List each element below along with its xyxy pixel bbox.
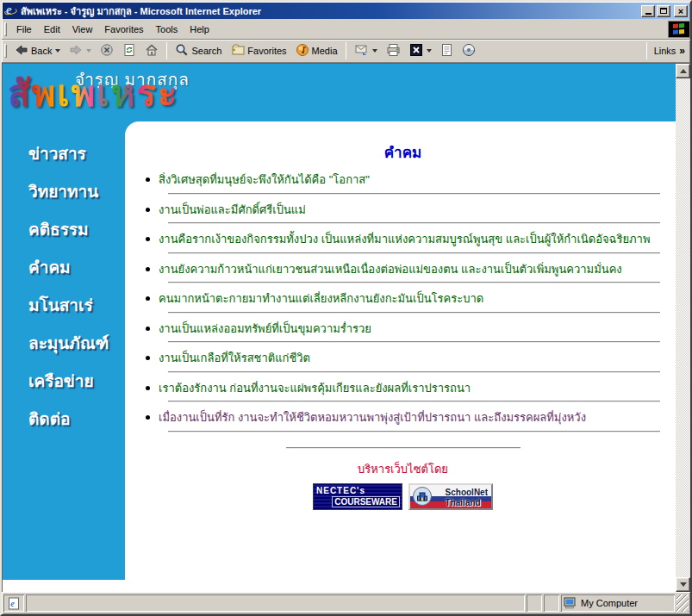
toolbar-separator bbox=[166, 42, 167, 59]
home-icon bbox=[145, 43, 159, 59]
quote-item: เมื่องานเป็นที่รัก งานจะทำให้ชีวิตหอมหวา… bbox=[146, 409, 665, 426]
quote-text[interactable]: เราต้องรักงาน ก่อนที่งานจะแผ่พรคุ้มเกียร… bbox=[159, 380, 471, 397]
title-bar[interactable]: e สัพเพเหระ - จำรูญ มากสกุล - Microsoft … bbox=[3, 3, 689, 19]
quote-item: งานยังความก้าวหน้าแก่เยาวชนส่วนเหนือเนื่… bbox=[146, 261, 665, 278]
content: คำคม สิ่งวิเศษสุดที่มนุษย์จะพึงให้กันได้… bbox=[125, 121, 676, 592]
resize-grip[interactable] bbox=[676, 594, 689, 612]
banner-schoolnet-thailand[interactable]: SchoolNet Thailand bbox=[408, 483, 493, 510]
quote-divider bbox=[168, 193, 660, 194]
mail-icon bbox=[354, 43, 369, 59]
menu-bar: File Edit View Favorites Tools Help bbox=[2, 19, 690, 40]
quote-text[interactable]: งานเป็นแหล่งออมทรัพย์ที่เป็นขุมความร่ำรว… bbox=[159, 320, 371, 338]
quote-item: งานคือรากเง้าของกิจกรรมทั้งปวง เป็นแหล่ง… bbox=[146, 231, 665, 248]
chevron-down-icon[interactable] bbox=[372, 49, 377, 53]
chevron-down-icon[interactable] bbox=[427, 49, 432, 53]
menu-item-help[interactable]: Help bbox=[184, 22, 215, 37]
sidebar-item-knowledge[interactable]: วิทยาทาน bbox=[28, 178, 125, 204]
edit-button[interactable] bbox=[405, 40, 436, 61]
links-chevron-icon[interactable]: » bbox=[679, 45, 685, 57]
menu-item-view[interactable]: View bbox=[66, 22, 99, 37]
refresh-button[interactable] bbox=[118, 40, 140, 61]
links-area: Links » bbox=[643, 42, 689, 59]
banner-schoolnet-line2: Thailand bbox=[446, 498, 481, 507]
content-wrap: คำคม สิ่งวิเศษสุดที่มนุษย์จะพึงให้กันได้… bbox=[125, 121, 676, 592]
sidebar: ข่าวสาร วิทยาทาน คติธรรม คำคม มโนสาเร่ ล… bbox=[3, 121, 125, 592]
bullet-icon bbox=[146, 415, 150, 420]
sidebar-item-news[interactable]: ข่าวสาร bbox=[28, 140, 125, 166]
quote-text[interactable]: งานยังความก้าวหน้าแก่เยาวชนส่วนเหนือเนื่… bbox=[159, 261, 622, 278]
status-panel bbox=[527, 594, 542, 612]
links-label[interactable]: Links bbox=[654, 46, 676, 56]
mail-button[interactable] bbox=[350, 40, 382, 61]
scroll-track[interactable] bbox=[676, 78, 690, 577]
toolbar: Back Search Favorites Media bbox=[2, 40, 690, 63]
sidebar-item-misc[interactable]: มโนสาเร่ bbox=[28, 292, 125, 318]
quote-divider bbox=[168, 431, 660, 432]
print-icon bbox=[386, 43, 401, 59]
footer-banners: NECTEC's COURSEWARE SchoolNet Thailand bbox=[135, 483, 670, 510]
favorites-button[interactable]: Favorites bbox=[226, 40, 290, 61]
back-button[interactable]: Back bbox=[10, 40, 65, 61]
status-bar: e My Computer bbox=[2, 592, 690, 613]
search-label: Search bbox=[191, 46, 221, 56]
toolbar-grip[interactable] bbox=[4, 44, 7, 58]
banner-schoolnet-text: SchoolNet Thailand bbox=[446, 488, 488, 508]
status-icon-panel: e bbox=[3, 594, 24, 612]
scroll-up-button[interactable] bbox=[676, 64, 690, 78]
print-button[interactable] bbox=[382, 40, 405, 61]
banner-nectec-line1: NECTEC's bbox=[316, 486, 365, 495]
links-divider[interactable] bbox=[646, 42, 647, 59]
vertical-scrollbar[interactable] bbox=[676, 64, 690, 592]
discuss-button[interactable] bbox=[436, 40, 458, 61]
maximize-button[interactable] bbox=[657, 5, 670, 17]
chevron-down-icon[interactable] bbox=[86, 49, 91, 53]
quote-item: เราต้องรักงาน ก่อนที่งานจะแผ่พรคุ้มเกียร… bbox=[146, 380, 665, 397]
sidebar-item-quotes[interactable]: คำคม bbox=[28, 254, 125, 280]
quote-text[interactable]: คนมากหน้าตะกายมาทำงานแต่เลี่ยงหลีกงานยัง… bbox=[159, 290, 483, 308]
ie-logo-icon: e bbox=[4, 4, 18, 17]
forward-arrow-icon bbox=[69, 43, 83, 59]
menu-grip[interactable] bbox=[4, 22, 7, 36]
quote-item: สิ่งวิเศษสุดที่มนุษย์จะพึงให้กันได้คือ "… bbox=[146, 171, 665, 189]
back-arrow-icon bbox=[15, 43, 28, 59]
menu-item-tools[interactable]: Tools bbox=[150, 22, 184, 37]
sidebar-item-contact[interactable]: ติดต่อ bbox=[28, 406, 125, 432]
menu-item-favorites[interactable]: Favorites bbox=[98, 22, 149, 37]
toolbar-separator bbox=[346, 42, 346, 59]
footer-caption: บริหารเว็บไซต์โดย bbox=[135, 460, 670, 478]
banner-nectec-line2: COURSEWARE bbox=[332, 496, 400, 507]
quote-text[interactable]: เมื่องานเป็นที่รัก งานจะทำให้ชีวิตหอมหวา… bbox=[159, 409, 586, 426]
search-icon bbox=[175, 43, 189, 59]
stop-button[interactable] bbox=[96, 40, 118, 61]
quote-text[interactable]: สิ่งวิเศษสุดที่มนุษย์จะพึงให้กันได้คือ "… bbox=[159, 171, 370, 189]
page-header: จำรูญ มากสกุล สัพเพเหระ bbox=[3, 64, 676, 121]
sidebar-item-moral[interactable]: คติธรรม bbox=[28, 216, 125, 242]
quote-text[interactable]: งานคือรากเง้าของกิจกรรมทั้งปวง เป็นแหล่ง… bbox=[159, 231, 650, 248]
banner-nectec-courseware[interactable]: NECTEC's COURSEWARE bbox=[313, 483, 402, 510]
chevron-down-icon[interactable] bbox=[55, 49, 60, 53]
quote-text[interactable]: งานเป็นเกลือที่ให้รสชาติแก่ชีวิต bbox=[159, 350, 310, 367]
home-button[interactable] bbox=[140, 40, 163, 61]
stop-icon bbox=[100, 43, 114, 59]
browser-window: e สัพเพเหระ - จำรูญ มากสกุล - Microsoft … bbox=[0, 0, 692, 616]
menu-item-edit[interactable]: Edit bbox=[38, 22, 66, 37]
bullet-icon bbox=[146, 386, 150, 390]
page-viewport: จำรูญ มากสกุล สัพเพเหระ ข่าวสาร วิทยาทาน… bbox=[2, 63, 690, 592]
minimize-button[interactable] bbox=[641, 5, 655, 17]
forward-button[interactable] bbox=[65, 40, 96, 61]
close-button[interactable]: × bbox=[674, 5, 688, 17]
scroll-down-button[interactable] bbox=[676, 577, 690, 592]
quote-divider bbox=[168, 312, 660, 313]
messenger-button[interactable] bbox=[458, 40, 480, 61]
media-button[interactable]: Media bbox=[291, 40, 342, 61]
bullet-icon bbox=[146, 296, 150, 301]
security-zone-panel: My Computer bbox=[561, 594, 675, 612]
sidebar-item-software[interactable]: ละมุนภัณฑ์ bbox=[28, 330, 125, 356]
quote-divider bbox=[168, 252, 660, 253]
menu-item-file[interactable]: File bbox=[10, 22, 38, 37]
page-title: คำคม bbox=[135, 140, 670, 164]
search-button[interactable]: Search bbox=[171, 40, 226, 61]
windows-logo-icon bbox=[668, 21, 690, 38]
sidebar-item-network[interactable]: เครือข่าย bbox=[28, 368, 125, 394]
quote-text[interactable]: งานเป็นพ่อและมีศักดิ์ศรีเป็นแม่ bbox=[159, 202, 306, 219]
